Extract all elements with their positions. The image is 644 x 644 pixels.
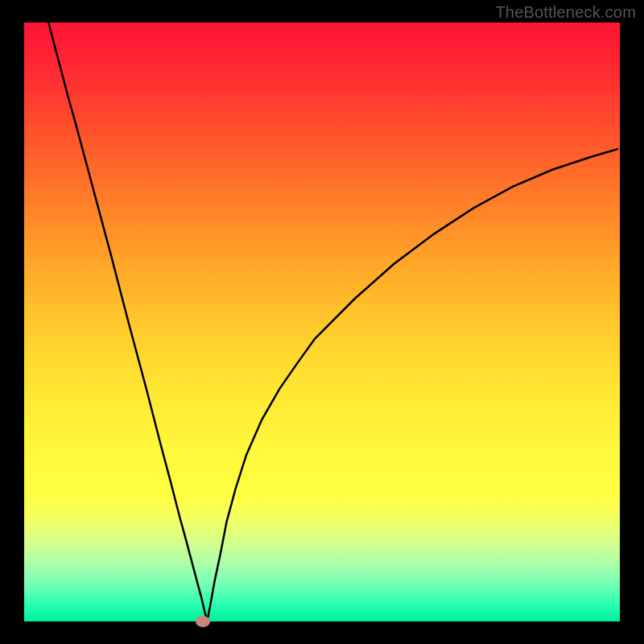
plot-area [24, 23, 620, 627]
plot-background [24, 23, 620, 621]
watermark-text: TheBottleneck.com [495, 3, 636, 22]
bottleneck-chart: TheBottleneck.com [0, 0, 644, 644]
chart-svg [0, 0, 644, 644]
optimum-marker [196, 616, 210, 627]
